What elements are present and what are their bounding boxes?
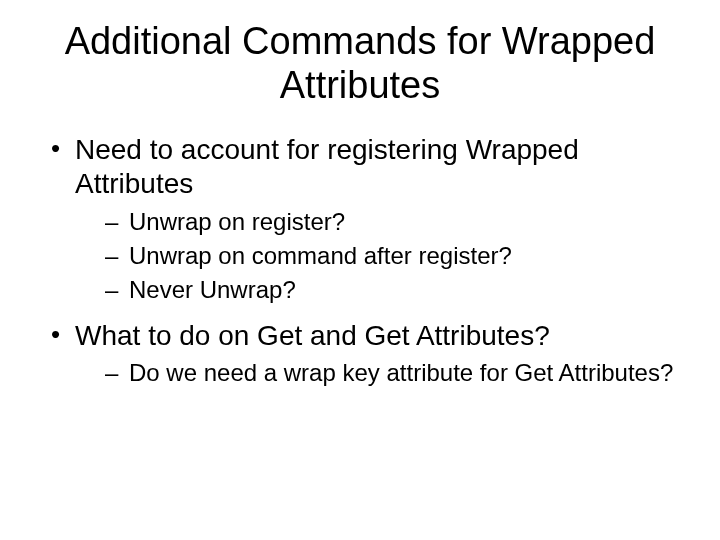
list-item: Unwrap on command after register? [75,241,675,271]
sub-bullet-list: Unwrap on register? Unwrap on command af… [75,207,675,305]
bullet-text: Do we need a wrap key attribute for Get … [129,359,673,386]
list-item: Do we need a wrap key attribute for Get … [75,358,675,388]
sub-bullet-list: Do we need a wrap key attribute for Get … [75,358,675,388]
bullet-text: What to do on Get and Get Attributes? [75,320,550,351]
slide: Additional Commands for Wrapped Attribut… [0,0,720,540]
list-item: Need to account for registering Wrapped … [45,133,675,304]
slide-title: Additional Commands for Wrapped Attribut… [45,20,675,107]
bullet-text: Never Unwrap? [129,276,296,303]
bullet-text: Need to account for registering Wrapped … [75,134,579,199]
list-item: What to do on Get and Get Attributes? Do… [45,319,675,389]
list-item: Never Unwrap? [75,275,675,305]
bullet-text: Unwrap on command after register? [129,242,512,269]
bullet-text: Unwrap on register? [129,208,345,235]
bullet-list: Need to account for registering Wrapped … [45,133,675,388]
list-item: Unwrap on register? [75,207,675,237]
